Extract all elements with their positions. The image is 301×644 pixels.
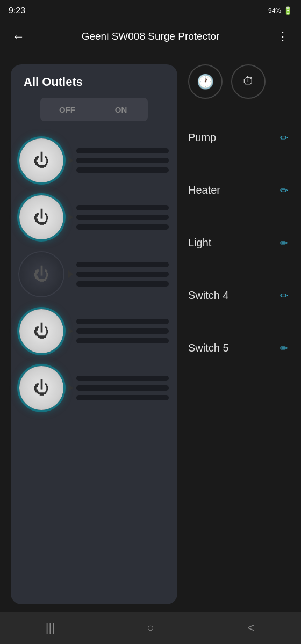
right-panel: 🕐 ⏱ Pump ✏ Heater ✏ Light ✏ <box>188 64 290 604</box>
bar-pump-2 <box>76 158 169 163</box>
bar-heater-1 <box>76 205 169 210</box>
power-button-light[interactable]: ⏻ <box>19 252 63 296</box>
bar-heater-2 <box>76 215 169 220</box>
device-row-pump: Pump ✏ <box>188 112 290 164</box>
nav-home-icon: ○ <box>147 621 154 635</box>
power-button-switch4[interactable]: ⏻ <box>19 309 63 353</box>
timer-button[interactable]: 🕐 <box>188 64 223 99</box>
power-icon-switch4: ⏻ <box>33 322 49 340</box>
device-row-heater: Heater ✏ <box>188 164 290 217</box>
edit-button-pump[interactable]: ✏ <box>278 130 290 146</box>
bars-switch4 <box>76 319 169 343</box>
device-name-light: Light <box>188 237 211 249</box>
edit-button-switch5[interactable]: ✏ <box>278 340 290 356</box>
device-name-heater: Heater <box>188 184 220 196</box>
power-button-heater[interactable]: ⏻ <box>19 195 63 239</box>
bars-switch5 <box>76 376 169 400</box>
outlet-row-switch4: ⏻ <box>19 305 169 357</box>
countdown-icon: ⏱ <box>242 75 254 89</box>
bars-light <box>76 262 169 287</box>
edit-button-heater[interactable]: ✏ <box>278 182 290 199</box>
nav-back-icon: < <box>247 621 254 635</box>
device-row-switch5: Switch 5 ✏ <box>188 322 290 375</box>
power-button-switch5[interactable]: ⏻ <box>19 366 63 410</box>
triangle-light <box>68 270 73 279</box>
nav-lines-icon: ||| <box>46 621 55 635</box>
outlet-row-light: ⏻ <box>19 248 169 301</box>
power-icon-light: ⏻ <box>33 265 49 283</box>
bar-switch4-3 <box>76 338 169 343</box>
toggle-on-label: ON <box>94 98 148 121</box>
bars-heater <box>76 205 169 230</box>
edit-icon-pump: ✏ <box>280 133 288 143</box>
power-icon-pump: ⏻ <box>33 151 49 170</box>
bar-pump-3 <box>76 167 169 173</box>
timer-row: 🕐 ⏱ <box>188 64 290 99</box>
bar-switch4-2 <box>76 328 169 334</box>
battery-full-icon: 🔋 <box>283 6 292 15</box>
bar-light-1 <box>76 262 169 267</box>
edit-icon-switch5: ✏ <box>280 343 288 354</box>
triangle-pump <box>68 156 73 165</box>
slider-switch5 <box>68 376 169 400</box>
status-icons: 94% 🔋 <box>268 6 292 15</box>
bar-switch5-1 <box>76 376 169 381</box>
back-arrow-icon: ← <box>12 29 25 44</box>
edit-icon-switch4: ✏ <box>280 290 288 301</box>
left-panel: All Outlets OFF ON ⏻ ⏻ <box>11 64 177 604</box>
bottom-nav: ||| ○ < <box>0 612 301 644</box>
battery-icon: 94% <box>268 7 281 14</box>
power-icon-heater: ⏻ <box>33 208 49 226</box>
device-name-switch5: Switch 5 <box>188 342 229 354</box>
bar-switch5-2 <box>76 385 169 391</box>
edit-button-light[interactable]: ✏ <box>278 235 290 251</box>
edit-icon-heater: ✏ <box>280 185 288 196</box>
device-name-pump: Pump <box>188 131 216 144</box>
slider-light <box>68 262 169 287</box>
nav-back-button[interactable]: < <box>200 612 301 644</box>
more-options-button[interactable]: ⋮ <box>273 27 292 46</box>
clock-icon: 🕐 <box>197 74 214 90</box>
top-bar: ← Geeni SW008 Surge Protector ⋮ <box>0 21 301 52</box>
all-outlets-toggle[interactable]: OFF ON <box>40 98 148 121</box>
bar-pump-1 <box>76 148 169 153</box>
more-dots-icon: ⋮ <box>277 30 289 43</box>
status-time: 9:23 <box>9 6 25 16</box>
bar-light-3 <box>76 281 169 287</box>
bar-light-2 <box>76 272 169 277</box>
back-button[interactable]: ← <box>9 27 28 46</box>
toggle-off-label: OFF <box>40 98 94 121</box>
main-content: All Outlets OFF ON ⏻ ⏻ <box>0 52 301 615</box>
edit-button-switch4[interactable]: ✏ <box>278 288 290 304</box>
power-icon-switch5: ⏻ <box>33 379 49 397</box>
nav-lines-button[interactable]: ||| <box>0 612 101 644</box>
bars-pump <box>76 148 169 173</box>
edit-icon-light: ✏ <box>280 238 288 248</box>
slider-pump <box>68 148 169 173</box>
device-row-switch4: Switch 4 ✏ <box>188 269 290 322</box>
triangle-switch5 <box>68 384 73 392</box>
bar-heater-3 <box>76 224 169 230</box>
power-button-pump[interactable]: ⏻ <box>19 138 63 182</box>
nav-home-button[interactable]: ○ <box>101 612 201 644</box>
status-bar: 9:23 94% 🔋 <box>0 0 301 21</box>
bar-switch5-3 <box>76 395 169 400</box>
outlet-row-pump: ⏻ <box>19 134 169 187</box>
slider-heater <box>68 205 169 230</box>
page-title: Geeni SW008 Surge Protector <box>34 31 267 42</box>
outlet-row-heater: ⏻ <box>19 191 169 244</box>
triangle-heater <box>68 213 73 222</box>
all-outlets-title: All Outlets <box>19 75 83 89</box>
triangle-switch4 <box>68 327 73 335</box>
slider-switch4 <box>68 319 169 343</box>
device-name-switch4: Switch 4 <box>188 289 229 302</box>
device-row-light: Light ✏ <box>188 217 290 269</box>
countdown-button[interactable]: ⏱ <box>231 64 266 99</box>
outlet-row-switch5: ⏻ <box>19 362 169 414</box>
bar-switch4-1 <box>76 319 169 324</box>
